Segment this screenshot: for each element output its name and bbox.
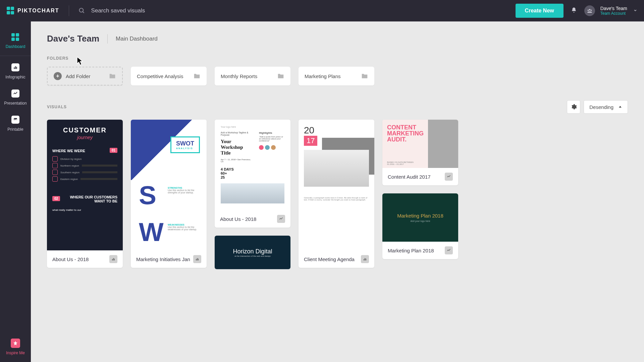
svg-point-9 — [14, 119, 15, 119]
sidebar-label: Printable — [7, 127, 23, 132]
visual-thumbnail: Your logo here Add a Workshop Tagline & … — [215, 120, 290, 210]
svg-rect-6 — [15, 66, 16, 69]
type-badge-presentation-icon — [445, 173, 453, 181]
svg-rect-14 — [197, 258, 198, 260]
visual-title: About Us - 2018 — [220, 216, 256, 222]
presentation-icon — [11, 89, 20, 98]
sidebar-item-dashboard[interactable]: Dashboard — [0, 27, 31, 54]
search-input[interactable] — [91, 7, 225, 14]
folder-icon — [109, 72, 116, 80]
type-badge-presentation-icon — [445, 246, 453, 254]
account-info[interactable]: Dave's Team Team Account — [600, 6, 627, 16]
printable-icon — [11, 115, 20, 124]
divider — [0, 56, 31, 56]
type-badge-infographic-icon — [109, 255, 117, 263]
sidebar-item-inspire-me[interactable]: Inspire Me — [6, 339, 25, 355]
svg-point-2 — [589, 9, 591, 11]
visual-card[interactable]: Horizon Digital at the intersection of t… — [215, 236, 290, 269]
folders-section-label: FOLDERS — [47, 56, 628, 61]
svg-point-0 — [79, 8, 83, 12]
sidebar-item-infographic[interactable]: Infographic — [0, 58, 31, 84]
visuals-controls: Desending — [567, 100, 628, 114]
folder-marketing-plans[interactable]: Marketing Plans — [299, 67, 374, 85]
svg-point-4 — [590, 10, 592, 11]
visual-title: About Us - 2018 — [52, 256, 89, 262]
search-area — [78, 7, 516, 14]
visuals-grid: CUSTOMERjourney WHERE WE WERE01 Division… — [47, 120, 628, 269]
star-icon — [11, 339, 20, 348]
folder-icon — [277, 72, 284, 80]
top-bar: PIKTOCHART Create New Dave's Team Team A… — [0, 0, 644, 21]
visual-thumbnail: SWOTANALYSIS SSTRENGTHSUse this section … — [131, 120, 207, 250]
visual-card[interactable]: CONTENTMARKETINGAUDIT. BASED ON DATA BET… — [382, 120, 458, 185]
search-icon — [78, 7, 85, 14]
visual-thumbnail: CONTENTMARKETINGAUDIT. BASED ON DATA BET… — [382, 120, 458, 168]
sidebar-label: Presentation — [4, 101, 26, 106]
svg-rect-7 — [16, 67, 17, 69]
breadcrumb: Main Dashboard — [116, 36, 158, 42]
folder-competitive-analysis[interactable]: Competitive Analysis — [131, 67, 207, 85]
add-folder-button[interactable]: + Add Folder — [47, 67, 123, 85]
visual-thumbnail: Marketing Plan 2018 Add your logo here — [382, 193, 458, 242]
visual-thumbnail: Horizon Digital at the intersection of t… — [215, 236, 290, 269]
main-content: Dave's Team Main Dashboard FOLDERS + Add… — [31, 21, 644, 362]
divider — [69, 5, 69, 16]
folder-name: Competitive Analysis — [137, 73, 183, 79]
dashboard-icon — [11, 32, 20, 42]
infographic-icon — [11, 63, 20, 72]
svg-rect-17 — [365, 258, 365, 260]
account-menu-chevron-icon[interactable] — [633, 8, 637, 14]
sidebar-label: Dashboard — [6, 44, 25, 49]
account-team-name: Dave's Team — [600, 6, 627, 11]
visual-card[interactable]: CUSTOMERjourney WHERE WE WERE01 Division… — [47, 120, 123, 268]
folders-row: + Add Folder Competitive Analysis Monthl… — [47, 67, 628, 85]
type-badge-infographic-icon — [193, 255, 201, 263]
page-header: Dave's Team Main Dashboard — [47, 34, 628, 44]
folder-monthly-reports[interactable]: Monthly Reports — [215, 67, 290, 85]
svg-rect-13 — [196, 259, 197, 260]
settings-button[interactable] — [567, 100, 580, 114]
visual-card[interactable]: Marketing Plan 2018 Add your logo here M… — [382, 193, 458, 259]
sidebar-item-printable[interactable]: Printable — [0, 110, 31, 136]
visual-card[interactable]: Your logo here Add a Workshop Tagline & … — [215, 120, 290, 228]
visual-title: Marketing Initiatives Jan — [136, 256, 190, 262]
sort-label: Desending — [589, 104, 613, 110]
svg-rect-16 — [364, 259, 364, 260]
sidebar: Dashboard Infographic Presentation Print… — [0, 21, 31, 362]
visual-thumbnail: 20 17 BIG EVENT CREATE YOUR OWN INFOGRAP… — [299, 120, 374, 250]
team-avatar-icon[interactable] — [584, 5, 595, 16]
visuals-section-label: VISUALS — [47, 105, 67, 109]
brand-name: PIKTOCHART — [17, 8, 59, 14]
sort-arrow-icon — [618, 105, 622, 109]
visuals-header: VISUALS Desending — [47, 100, 628, 114]
account-subtitle: Team Account — [600, 11, 627, 16]
svg-point-3 — [587, 10, 589, 11]
svg-rect-10 — [112, 259, 113, 260]
visual-title: Content Audit 2017 — [388, 174, 431, 180]
folder-icon — [361, 72, 368, 80]
folder-icon — [193, 72, 201, 80]
plus-icon: + — [54, 72, 62, 80]
type-badge-presentation-icon — [277, 215, 285, 223]
page-title: Dave's Team — [47, 34, 99, 44]
create-new-button[interactable]: Create New — [516, 4, 564, 18]
sort-button[interactable]: Desending — [584, 100, 628, 114]
visual-thumbnail: CUSTOMERjourney WHERE WE WERE01 Division… — [47, 120, 123, 250]
sidebar-label: Infographic — [5, 75, 25, 79]
logo[interactable]: PIKTOCHART — [7, 7, 59, 15]
type-badge-infographic-icon — [361, 255, 369, 263]
svg-rect-5 — [14, 67, 14, 69]
svg-rect-11 — [113, 258, 114, 260]
svg-rect-18 — [366, 259, 366, 261]
gear-icon — [570, 104, 577, 110]
folder-name: Monthly Reports — [221, 73, 257, 79]
inspire-label: Inspire Me — [6, 351, 25, 355]
logo-icon — [7, 7, 15, 15]
visual-card[interactable]: SWOTANALYSIS SSTRENGTHSUse this section … — [131, 120, 207, 268]
visual-card[interactable]: 20 17 BIG EVENT CREATE YOUR OWN INFOGRAP… — [299, 120, 374, 268]
visual-title: Client Meeting Agenda — [304, 256, 355, 262]
svg-rect-12 — [114, 259, 115, 261]
notifications-icon[interactable] — [571, 7, 577, 14]
folder-name: Marketing Plans — [305, 73, 341, 79]
sidebar-item-presentation[interactable]: Presentation — [0, 84, 31, 110]
